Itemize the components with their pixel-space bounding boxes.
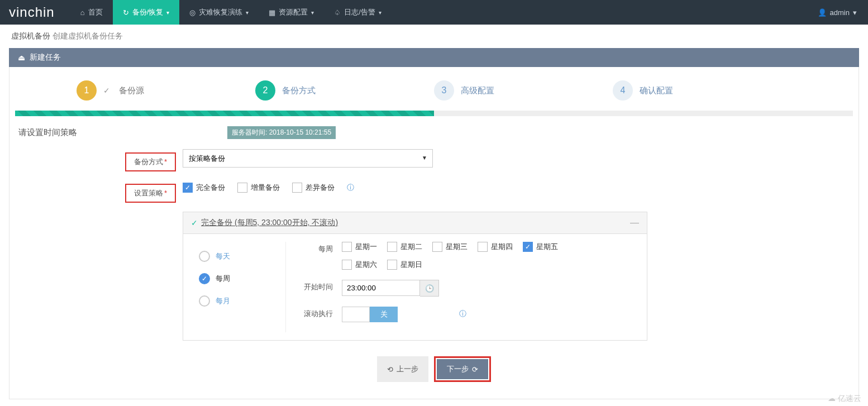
mode-select-wrap: 按策略备份 ▼ xyxy=(183,149,433,168)
check-incr-label: 增量备份 xyxy=(251,183,280,193)
nav-log-label: 日志/告警 xyxy=(344,7,375,17)
checkbox-icon xyxy=(342,260,352,270)
mode-label-wrap: 备份方式* xyxy=(15,149,183,171)
refresh-icon: ↻ xyxy=(123,8,129,17)
toggle-handle xyxy=(342,307,370,322)
required-mark: * xyxy=(164,157,167,166)
freq-weekly[interactable]: 每周 xyxy=(191,268,285,290)
checkbox-icon xyxy=(292,183,302,193)
freq-daily-label: 每天 xyxy=(216,251,230,261)
footer-buttons: ⟲ 上一步 下一步 ⟳ xyxy=(15,341,853,382)
collapse-icon[interactable]: — xyxy=(630,218,639,228)
nav-home[interactable]: ⌂ 首页 xyxy=(70,0,113,25)
step-label: 备份方式 xyxy=(282,85,316,96)
policy-panel: ✓ 完全备份 (每周5, 23:00:00开始, 不滚动) — 每天 每周 xyxy=(183,212,647,341)
day-label: 星期五 xyxy=(536,242,558,252)
nav-home-label: 首页 xyxy=(88,7,103,17)
cube-icon: ⏏ xyxy=(18,53,25,62)
nav-backup[interactable]: ↻ 备份/恢复 ▾ xyxy=(113,0,180,25)
user-icon: 👤 xyxy=(818,8,827,17)
toggle-off-label: 关 xyxy=(370,307,398,322)
policy-header[interactable]: ✓ 完全备份 (每周5, 23:00:00开始, 不滚动) — xyxy=(183,212,647,234)
checkbox-icon xyxy=(432,242,442,252)
detail-column: 每周 星期一 星期二 星期三 星期四 ✓星期五 星期六 星期日 开始时间 xyxy=(297,242,639,332)
check-differential[interactable]: 差异备份 xyxy=(292,183,335,193)
day-tue[interactable]: 星期二 xyxy=(387,242,422,252)
cloud-icon: ☁ xyxy=(828,394,836,399)
day-label: 星期二 xyxy=(400,242,422,252)
mode-label: 备份方式 xyxy=(134,157,163,166)
brand-logo: vinchin xyxy=(0,4,70,20)
chevron-down-icon: ▾ xyxy=(379,9,381,16)
step-label: 备份源 xyxy=(119,85,144,96)
policy-summary-link[interactable]: 完全备份 (每周5, 23:00:00开始, 不滚动) xyxy=(201,218,338,228)
day-label: 星期四 xyxy=(491,242,513,252)
nav-backup-label: 备份/恢复 xyxy=(132,7,164,17)
policy-label: 设置策略 xyxy=(134,189,163,197)
day-sat[interactable]: 星期六 xyxy=(342,260,377,270)
next-button[interactable]: 下一步 ⟳ xyxy=(437,359,488,379)
checkbox-icon xyxy=(387,242,397,252)
checkbox-icon: ✓ xyxy=(523,242,533,252)
day-label: 星期日 xyxy=(400,260,422,270)
nav-resource[interactable]: ▦ 资源配置 ▾ xyxy=(259,0,324,25)
check-full[interactable]: ✓ 完全备份 xyxy=(183,183,225,193)
start-time-input[interactable] xyxy=(342,280,420,296)
clock-button[interactable]: 🕒 xyxy=(420,280,439,297)
panel-body: 1 ✓ 备份源 2 备份方式 3 高级配置 4 确认配置 请设置时间策略 服务器… xyxy=(9,67,859,399)
chevron-down-icon: ▾ xyxy=(311,9,314,16)
breadcrumb-sub: 创建虚拟机备份任务 xyxy=(53,31,123,40)
user-menu[interactable]: 👤 admin ▾ xyxy=(807,8,868,17)
required-mark: * xyxy=(164,189,167,197)
day-fri[interactable]: ✓星期五 xyxy=(523,242,558,252)
wizard-step-4: 4 确认配置 xyxy=(613,80,791,101)
wizard-step-3: 3 高级配置 xyxy=(434,80,613,101)
prev-button[interactable]: ⟲ 上一步 xyxy=(377,356,428,382)
start-time-label: 开始时间 xyxy=(297,280,342,292)
weekdays: 星期一 星期二 星期三 星期四 ✓星期五 星期六 星期日 xyxy=(342,242,588,270)
watermark: ☁ 亿速云 xyxy=(828,394,861,399)
check-incremental[interactable]: 增量备份 xyxy=(237,183,280,193)
server-time-badge: 服务器时间: 2018-10-15 10:21:55 xyxy=(227,126,336,139)
nav-dr-label: 灾难恢复演练 xyxy=(199,7,242,17)
step-label: 高级配置 xyxy=(461,85,494,96)
check-icon: ✓ xyxy=(191,218,198,227)
nav-log[interactable]: ♤ 日志/告警 ▾ xyxy=(324,0,392,25)
user-name: admin xyxy=(830,8,850,17)
wizard-step-2: 2 备份方式 xyxy=(255,80,434,101)
day-thu[interactable]: 星期四 xyxy=(478,242,513,252)
info-icon[interactable]: ⓘ xyxy=(459,307,466,319)
check-icon: ✓ xyxy=(103,86,110,95)
form-area: 请设置时间策略 服务器时间: 2018-10-15 10:21:55 备份方式*… xyxy=(9,126,859,382)
freq-monthly[interactable]: 每月 xyxy=(191,290,285,312)
arrow-left-icon: ⟲ xyxy=(387,365,393,374)
checkbox-icon xyxy=(342,242,352,252)
freq-daily[interactable]: 每天 xyxy=(191,245,285,268)
mode-select[interactable]: 按策略备份 xyxy=(183,149,433,168)
checkbox-icon xyxy=(237,183,247,193)
day-wed[interactable]: 星期三 xyxy=(432,242,468,252)
nav-dr[interactable]: ◎ 灾难恢复演练 ▾ xyxy=(179,0,259,25)
weekly-label: 每周 xyxy=(297,242,342,254)
day-sun[interactable]: 星期日 xyxy=(387,260,422,270)
nav-items: ⌂ 首页 ↻ 备份/恢复 ▾ ◎ 灾难恢复演练 ▾ ▦ 资源配置 ▾ ♤ 日志/… xyxy=(70,0,807,25)
chevron-down-icon: ▾ xyxy=(853,8,857,17)
checkbox-icon: ✓ xyxy=(183,183,193,193)
day-label: 星期一 xyxy=(355,242,377,252)
nav-resource-label: 资源配置 xyxy=(279,7,308,17)
clock-icon: 🕒 xyxy=(425,284,434,293)
roll-toggle[interactable]: 关 xyxy=(342,307,398,322)
checkbox-icon xyxy=(387,260,397,270)
checkbox-icon xyxy=(478,242,488,252)
bell-icon: ♤ xyxy=(334,8,341,17)
policy-body: 每天 每周 每月 每周 星期一 xyxy=(183,234,647,340)
day-label: 星期三 xyxy=(446,242,468,252)
prev-button-label: 上一步 xyxy=(397,364,418,374)
day-mon[interactable]: 星期一 xyxy=(342,242,377,252)
day-label: 星期六 xyxy=(355,260,377,270)
step-number: 1 xyxy=(77,80,97,101)
info-icon[interactable]: ⓘ xyxy=(347,183,354,193)
frequency-column: 每天 每周 每月 xyxy=(191,242,286,332)
check-full-label: 完全备份 xyxy=(196,183,225,193)
step-label: 确认配置 xyxy=(640,85,673,96)
